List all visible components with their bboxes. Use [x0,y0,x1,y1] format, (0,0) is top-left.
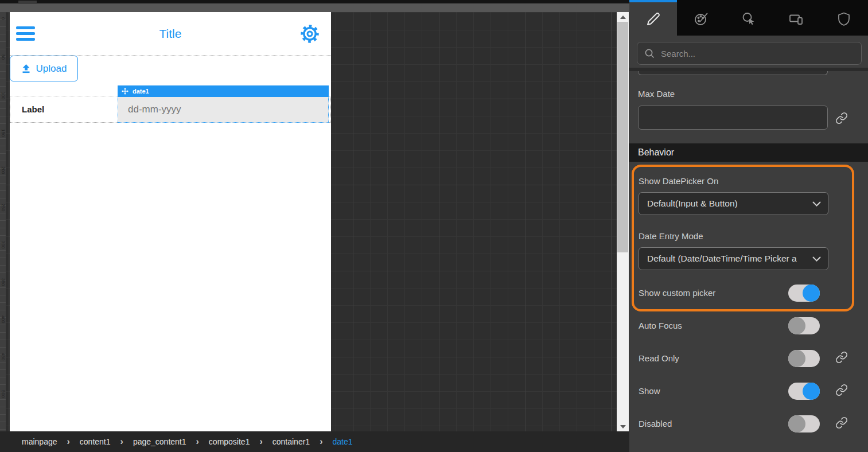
date-entry-mode-value: Default (Date/DateTime/Time Picker a [647,254,797,263]
chevron-down-icon [812,201,821,207]
design-stage: 0 50 100 150 200 250 300 350 400 450 500… [0,0,629,452]
field-label[interactable]: Label [22,96,44,122]
inspect-icon [741,11,756,26]
date-entry-mode-select[interactable]: Default (Date/DateTime/Time Picker a [639,247,828,270]
link-icon[interactable] [835,416,848,429]
ruler-mark: 250 [1,204,6,211]
ruler-mark: 450 [1,353,6,360]
auto-focus-label: Auto Focus [639,321,682,330]
theme-palette-icon [694,11,709,26]
chevron-right-icon [120,437,123,447]
breadcrumb-item-container1[interactable]: container1 [273,437,310,446]
ruler-mark: 50 [1,54,6,60]
property-search [637,42,862,65]
show-datepicker-on-value: Default(Input & Button) [647,198,738,208]
selected-date-widget[interactable]: date1 dd-mm-yyyy [118,85,329,123]
tab-styles[interactable] [677,0,725,36]
canvas-vertical-scrollbar[interactable] [617,12,629,431]
show-datepicker-on-select[interactable]: Default(Input & Button) [639,192,828,215]
link-icon[interactable] [835,112,848,124]
breadcrumb-item-date1[interactable]: date1 [332,437,352,446]
show-label: Show [639,386,660,396]
tab-devices[interactable] [773,0,820,36]
devices-icon [788,11,804,26]
search-input[interactable] [661,49,861,59]
vertical-scroll-thumb[interactable] [617,22,628,252]
panel-tab-bar [629,0,868,36]
show-datepicker-on-label: Show DatePicker On [639,176,718,186]
tab-inspect[interactable] [725,0,772,36]
read-only-toggle[interactable] [788,350,820,367]
preview-header[interactable]: Title [10,12,331,56]
scroll-up-button[interactable] [617,12,629,22]
max-date-label: Max Date [638,89,675,99]
ruler-mark: 100 [1,92,6,99]
chevron-down-icon [812,256,821,262]
ruler-mark: 500 [1,390,6,398]
tab-properties[interactable] [629,0,677,36]
breadcrumb-item-mainpage[interactable]: mainpage [22,437,57,446]
link-icon[interactable] [835,384,848,396]
triangle-down-icon [620,425,626,428]
ruler-mark: 300 [1,241,6,248]
breadcrumb: mainpage content1 page_content1 composit… [0,431,629,452]
behavior-section-title: Behavior [638,143,674,162]
chevron-right-icon [196,437,199,447]
auto-focus-toggle[interactable] [788,317,820,334]
page-preview: Title Upload Label [10,12,331,431]
chevron-right-icon [67,437,70,447]
preview-page-title[interactable]: Title [10,12,331,56]
date-input-field[interactable]: dd-mm-yyyy [118,97,329,123]
move-icon [122,88,129,95]
gear-icon[interactable] [300,24,320,44]
show-custom-picker-label: Show custom picker [639,288,715,298]
triangle-up-icon [620,15,626,19]
upload-button-label: Upload [36,63,67,75]
left-ruler: 0 50 100 150 200 250 300 350 400 450 500 [0,12,6,431]
scroll-down-button[interactable] [617,422,629,431]
widget-name-badge: date1 [133,88,149,95]
ruler-mark: 150 [1,129,6,137]
link-icon[interactable] [835,351,848,364]
ruler-mark: 200 [1,166,6,174]
breadcrumb-item-content1[interactable]: content1 [80,437,111,446]
tab-security[interactable] [820,0,868,36]
upload-icon [21,64,31,73]
ruler-mark: 0 [1,17,6,20]
ruler-mark: 400 [1,315,6,323]
show-custom-picker-toggle[interactable] [788,285,820,302]
read-only-label: Read Only [639,353,679,363]
max-date-input[interactable] [638,106,828,130]
upload-button[interactable]: Upload [10,56,78,81]
disabled-toggle[interactable] [788,415,820,432]
widget-selection-bar[interactable]: date1 [118,85,329,97]
breadcrumb-item-page-content1[interactable]: page_content1 [133,437,186,446]
chevron-right-icon [259,437,262,447]
top-ruler [0,3,629,12]
app-root: 0 50 100 150 200 250 300 350 400 450 500… [0,0,868,452]
properties-panel: Max Date Behavior Show DatePicker On Def… [629,0,868,452]
search-icon [644,48,655,59]
section-divider [629,68,868,71]
behavior-section-header[interactable]: Behavior [629,143,868,162]
date-entry-mode-label: Date Entry Mode [639,231,703,241]
ruler-mark: 350 [1,278,6,286]
show-toggle[interactable] [788,383,820,400]
horizontal-scroll-thumb[interactable] [18,1,37,3]
chevron-right-icon [320,437,322,447]
security-icon [837,11,851,26]
breadcrumb-item-composite1[interactable]: composite1 [209,437,250,446]
pencil-icon [647,12,660,26]
disabled-label: Disabled [639,419,672,428]
